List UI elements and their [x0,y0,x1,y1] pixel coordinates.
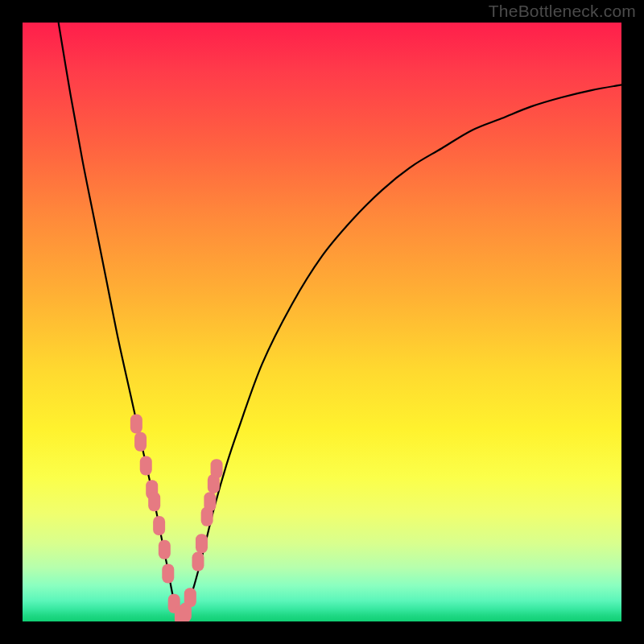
curve-marker [162,564,174,583]
watermark-text: TheBottleneck.com [489,2,636,21]
curve-marker [184,588,196,607]
curve-marker [159,540,171,559]
curve-marker [134,432,147,452]
plot-area [23,23,621,621]
curve-marker [204,492,216,511]
curve-marker [192,552,204,572]
curve-line [59,23,621,617]
curve-marker [196,534,208,553]
curve-marker [130,414,142,433]
bottleneck-curve [23,23,621,621]
curve-marker [153,516,165,535]
curve-marker [148,492,160,511]
curve-marker [211,459,223,478]
curve-marker [140,456,152,476]
outer-frame: TheBottleneck.com [0,0,644,644]
